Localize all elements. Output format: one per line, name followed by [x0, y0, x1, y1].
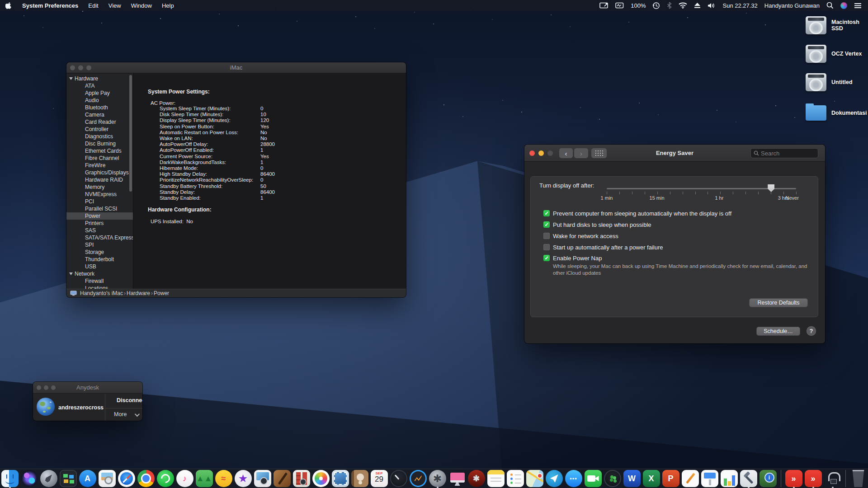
- sidebar-scrollbar[interactable]: [129, 75, 132, 192]
- menu-edit[interactable]: Edit: [83, 2, 103, 9]
- display-off-slider-thumb[interactable]: [768, 184, 774, 192]
- dock-item-audio-waveform-app[interactable]: ≈: [215, 469, 233, 488]
- menu-window[interactable]: Window: [126, 2, 157, 9]
- dock-item-clover-utility-app[interactable]: [604, 469, 622, 488]
- dock-item-siri[interactable]: [20, 469, 38, 488]
- unchecked-checkbox-icon[interactable]: [543, 233, 550, 239]
- dock-item-reminders[interactable]: [506, 469, 524, 488]
- dock-item-pink-display-app[interactable]: [448, 469, 466, 488]
- dock-item-red-gears-app[interactable]: ✱: [467, 469, 486, 488]
- dock-item-whatsapp[interactable]: [156, 469, 175, 488]
- dock-item-trash[interactable]: [849, 469, 868, 488]
- desktop-icon-dokumentasi[interactable]: Dokumentasi: [806, 105, 864, 121]
- dock-item-maps[interactable]: [526, 469, 544, 488]
- checked-checkbox-icon[interactable]: [543, 255, 550, 261]
- sidebar-item-power[interactable]: Power: [66, 212, 133, 220]
- search-field[interactable]: [750, 148, 818, 158]
- checkbox-put-hard-disks[interactable]: Put hard disks to sleep when possible: [543, 221, 651, 228]
- dock-item-numbers[interactable]: [720, 469, 738, 488]
- dock-item-facetime[interactable]: [584, 469, 602, 488]
- dock-item-contacts[interactable]: [351, 469, 369, 488]
- spotlight-search-icon[interactable]: [826, 2, 834, 9]
- dock-item-photo-booth[interactable]: [292, 469, 311, 488]
- sidebar-item-thunderbolt[interactable]: Thunderbolt: [66, 256, 133, 263]
- dock-item-xcode[interactable]: [740, 469, 758, 488]
- sidebar-item-controller[interactable]: Controller: [66, 126, 133, 133]
- sidebar-item-ethernet-cards[interactable]: Ethernet Cards: [66, 147, 133, 155]
- dock-item-hardware-info[interactable]: [759, 469, 777, 488]
- sidebar-item-card-reader[interactable]: Card Reader: [66, 118, 133, 126]
- sidebar-item-audio[interactable]: Audio: [66, 97, 133, 104]
- dock-item-safari[interactable]: [118, 469, 136, 488]
- sidebar-item-spi[interactable]: SPI: [66, 241, 133, 249]
- sidebar-item-apple-pay[interactable]: Apple Pay: [66, 89, 133, 97]
- sidebar-item-firewire[interactable]: FireWire: [66, 162, 133, 169]
- apple-menu-icon[interactable]: [0, 2, 17, 9]
- dock-item-system-information[interactable]: [824, 469, 842, 488]
- dock-item-telegram[interactable]: [545, 469, 563, 488]
- menu-view[interactable]: View: [104, 2, 126, 9]
- menu-help[interactable]: Help: [157, 2, 179, 9]
- desktop-icon-macintosh-ssd[interactable]: Macintosh SSD: [806, 16, 864, 34]
- sidebar-item-bluetooth[interactable]: Bluetooth: [66, 104, 133, 111]
- sidebar-item-firewall[interactable]: Firewall: [66, 277, 133, 285]
- sidebar-item-pci[interactable]: PCI: [66, 198, 133, 205]
- sidebar-item-sas[interactable]: SAS: [66, 227, 133, 234]
- sidebar-item-locations[interactable]: Locations: [66, 285, 133, 289]
- wifi-icon[interactable]: [679, 2, 687, 9]
- dock-item-image-capture[interactable]: [254, 469, 272, 488]
- unchecked-checkbox-icon[interactable]: [543, 244, 550, 250]
- sidebar-item-nvmexpress[interactable]: NVMExpress: [66, 191, 133, 198]
- fast-user-switch-name[interactable]: Handyanto Gunawan: [764, 2, 820, 9]
- help-button[interactable]: ?: [807, 326, 816, 336]
- dock-item-keynote[interactable]: [701, 469, 719, 488]
- sidebar-item-graphics-displays[interactable]: Graphics/Displays: [66, 169, 133, 176]
- dock-item-notes[interactable]: [487, 469, 505, 488]
- dock-item-garageband[interactable]: [273, 469, 291, 488]
- dock-item-itunes[interactable]: ♪: [176, 469, 194, 488]
- sidebar-item-storage[interactable]: Storage: [66, 249, 133, 256]
- chevron-down-icon[interactable]: [135, 412, 140, 417]
- dock-item-powerpoint[interactable]: P: [662, 469, 680, 488]
- checkbox-prevent-computer-from[interactable]: Prevent computer from sleeping automatic…: [543, 210, 731, 217]
- sidebar-item-printers[interactable]: Printers: [66, 220, 133, 227]
- desktop-icon-untitled[interactable]: Untitled: [806, 73, 864, 91]
- checked-checkbox-icon[interactable]: [543, 221, 550, 228]
- dock-item-line-chart-app[interactable]: [409, 469, 427, 488]
- checked-checkbox-icon[interactable]: [543, 210, 550, 216]
- dock-item-preview[interactable]: [98, 469, 116, 488]
- display-off-slider-track[interactable]: 1 min15 min1 hr3 hrsNever: [607, 188, 796, 189]
- restore-defaults-button[interactable]: Restore Defaults: [749, 298, 808, 307]
- dock-item-mission-control[interactable]: [59, 469, 77, 488]
- sidebar-item-ata[interactable]: ATA: [66, 82, 133, 89]
- bluetooth-icon[interactable]: [667, 2, 672, 9]
- schedule-button[interactable]: Schedule…: [756, 327, 800, 336]
- battery-percent[interactable]: 100%: [631, 2, 646, 9]
- checkbox-enable-power-nap[interactable]: Enable Power Nap: [543, 254, 602, 262]
- active-app-menu[interactable]: System Preferences: [17, 2, 83, 9]
- sidebar-item-parallel-scsi[interactable]: Parallel SCSI: [66, 205, 133, 212]
- search-input[interactable]: [761, 150, 811, 157]
- checkbox-start-up-automatically[interactable]: Start up automatically after a power fai…: [543, 244, 663, 251]
- energy-saver-titlebar[interactable]: ‹ › Energy Saver: [524, 145, 825, 162]
- eject-icon[interactable]: [694, 2, 701, 9]
- dock-item-disk-speed-test[interactable]: [390, 469, 408, 488]
- dock-item-app-store[interactable]: A: [79, 469, 97, 488]
- sidebar-item-disc-burning[interactable]: Disc Burning: [66, 140, 133, 147]
- volume-icon[interactable]: [708, 2, 716, 9]
- dock-item-anydesk-2[interactable]: »: [804, 469, 822, 488]
- system-information-titlebar[interactable]: iMac: [66, 62, 406, 73]
- screen-mirroring-icon[interactable]: [599, 2, 609, 9]
- dock-item-word[interactable]: W: [623, 469, 641, 488]
- sidebar-item-diagnostics[interactable]: Diagnostics: [66, 133, 133, 140]
- desktop-icon-ocz-vertex[interactable]: OCZ Vertex: [806, 45, 864, 63]
- dock-item-excel[interactable]: X: [642, 469, 660, 488]
- dock-item-photos[interactable]: [312, 469, 330, 488]
- sidebar-item-memory[interactable]: Memory: [66, 183, 133, 191]
- sidebar-item-fibre-channel[interactable]: Fibre Channel: [66, 155, 133, 162]
- dock-item-trees-app[interactable]: ▲▲: [195, 469, 213, 488]
- sidebar-item-hardware-raid[interactable]: Hardware RAID: [66, 176, 133, 183]
- disconnect-button[interactable]: Disconnect: [117, 397, 142, 404]
- checkbox-wake-for-network[interactable]: Wake for network access: [543, 232, 618, 239]
- sidebar-item-sata-sata-express[interactable]: SATA/SATA Express: [66, 234, 133, 241]
